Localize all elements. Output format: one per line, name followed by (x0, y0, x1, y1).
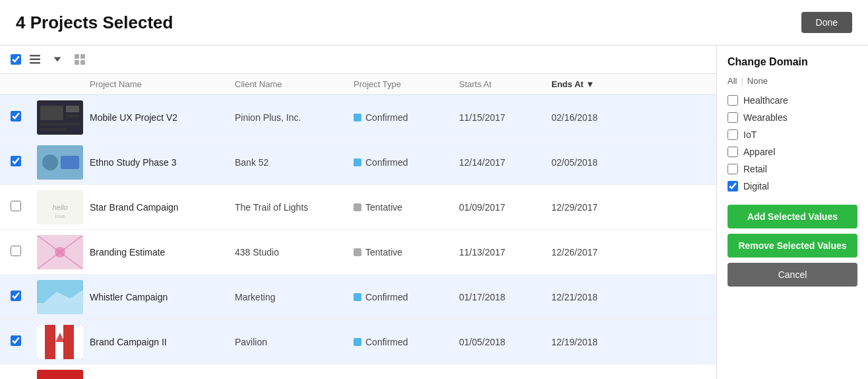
row-project-type: Confirmed (354, 157, 459, 168)
select-all-checkbox[interactable] (11, 54, 21, 65)
cancel-button[interactable]: Cancel (728, 263, 857, 287)
domain-label: Digital (743, 181, 769, 191)
row-project-name: Whistler Campaign (90, 292, 235, 302)
dropdown-icon[interactable] (49, 52, 66, 67)
row-checkbox[interactable] (11, 111, 21, 121)
row-checkbox[interactable] (11, 156, 21, 166)
type-dot (354, 248, 361, 256)
domain-item: Retail (728, 164, 857, 174)
toolbar-row (0, 46, 716, 74)
domain-checkbox[interactable] (728, 129, 738, 140)
svg-rect-5 (80, 54, 85, 59)
svg-marker-3 (54, 57, 61, 61)
domain-checkbox[interactable] (728, 112, 738, 123)
row-thumbnail (37, 325, 83, 359)
svg-point-23 (55, 247, 65, 258)
row-checkbox[interactable] (11, 246, 21, 256)
svg-rect-10 (66, 106, 79, 112)
table-row: hellolove Star Brand Campaign The Trail … (0, 185, 716, 230)
row-starts-at: 11/15/2017 (459, 112, 551, 123)
row-ends-at: 12/26/2017 (551, 247, 631, 258)
row-client-name: 438 Studio (235, 247, 354, 258)
domain-item: IoT (728, 129, 857, 140)
row-starts-at: 12/14/2017 (459, 157, 551, 168)
row-starts-at: 01/09/2017 (459, 202, 551, 213)
row-checkbox[interactable] (11, 291, 21, 301)
col-header-project-name: Project Name (90, 79, 235, 89)
row-checkbox-cell[interactable] (11, 156, 37, 168)
row-project-type: Confirmed (354, 337, 459, 347)
domain-label: Healthcare (743, 95, 788, 106)
type-dot (354, 203, 361, 211)
page-title: 4 Projects Selected (16, 13, 173, 33)
svg-rect-29 (46, 325, 54, 359)
col-header-project-type: Project Type (354, 79, 459, 89)
domain-item: Wearables (728, 112, 857, 123)
domain-label: Wearables (743, 112, 788, 123)
table-row: Brand Campaign II Pavilion Confirmed 01/… (0, 320, 716, 364)
grid-view-icon[interactable] (71, 52, 88, 67)
header: 4 Projects Selected Done (0, 0, 868, 46)
row-thumbnail (37, 235, 83, 269)
row-project-type: Tentative (354, 247, 459, 258)
type-label: Confirmed (365, 292, 408, 302)
domain-item: Apparel (728, 147, 857, 157)
row-project-name: Ethno Study Phase 3 (90, 157, 235, 168)
row-checkbox-cell[interactable] (11, 201, 37, 213)
svg-rect-6 (75, 60, 79, 65)
all-link[interactable]: All (728, 76, 737, 86)
row-project-name: Brand Campaign II (90, 337, 235, 347)
svg-rect-1 (30, 59, 40, 61)
row-client-name: The Trail of Lights (235, 202, 354, 213)
col-header-ends-at[interactable]: Ends At ▼ (551, 79, 631, 89)
add-selected-button[interactable]: Add Selected Values (728, 205, 857, 228)
table-row: Ethno Study Phase 3 Bank 52 Confirmed 12… (0, 140, 716, 185)
row-client-name: Pavilion (235, 337, 354, 347)
main-content: Project Name Client Name Project Type St… (0, 46, 868, 379)
row-starts-at: 01/17/2018 (459, 292, 551, 302)
row-starts-at: 11/13/2017 (459, 247, 551, 258)
type-dot (354, 338, 361, 346)
row-project-name: Star Brand Campaign (90, 202, 235, 213)
table-area: Project Name Client Name Project Type St… (0, 46, 716, 379)
svg-rect-13 (40, 128, 67, 131)
type-label: Confirmed (365, 337, 408, 347)
row-checkbox[interactable] (11, 201, 21, 211)
type-dot (354, 114, 361, 121)
domain-checkbox[interactable] (728, 95, 738, 106)
svg-rect-25 (37, 303, 83, 314)
col-header-client-name: Client Name (235, 79, 354, 89)
svg-rect-0 (30, 55, 40, 57)
domain-label: IoT (743, 129, 757, 140)
domain-checkbox[interactable] (728, 164, 738, 174)
domain-checkbox[interactable] (728, 181, 738, 191)
row-checkbox-cell[interactable] (11, 246, 37, 258)
svg-rect-32 (74, 325, 83, 359)
domain-label: Apparel (743, 147, 775, 157)
row-ends-at: 12/19/2018 (551, 337, 631, 347)
row-thumbnail: ≡ (37, 370, 83, 380)
done-button[interactable]: Done (801, 12, 852, 33)
list-view-icon[interactable] (26, 52, 44, 67)
row-checkbox[interactable] (11, 335, 21, 346)
row-ends-at: 12/29/2017 (551, 202, 631, 213)
row-ends-at: 12/21/2018 (551, 292, 631, 302)
row-project-type: Confirmed (354, 292, 459, 302)
domain-checkbox[interactable] (728, 147, 738, 157)
domain-label: Retail (743, 164, 767, 174)
row-client-name: Bank 52 (235, 157, 354, 168)
svg-point-15 (42, 155, 58, 170)
svg-text:hello: hello (52, 203, 67, 211)
row-checkbox-cell[interactable] (11, 111, 37, 123)
domain-item: Healthcare (728, 95, 857, 106)
remove-selected-button[interactable]: Remove Selected Values (728, 234, 857, 258)
table-row: Whistler Campaign Marketing Confirmed 01… (0, 275, 716, 320)
row-checkbox-cell[interactable] (11, 291, 37, 303)
page-wrapper: 4 Projects Selected Done (0, 0, 868, 379)
row-client-name: Pinion Plus, Inc. (235, 112, 354, 123)
none-link[interactable]: None (747, 76, 768, 86)
row-checkbox-cell[interactable] (11, 335, 37, 348)
type-label: Confirmed (365, 112, 408, 123)
sidebar-title: Change Domain (728, 56, 857, 68)
table-row: Branding Estimate 438 Studio Tentative 1… (0, 230, 716, 275)
